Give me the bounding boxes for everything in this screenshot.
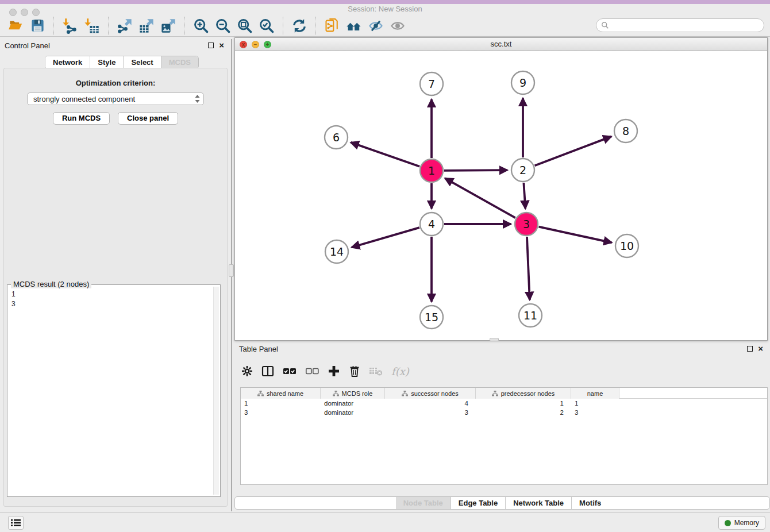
maximize-view-button[interactable]: +	[264, 41, 271, 48]
graph-edge-4-14[interactable]	[352, 228, 419, 247]
close-view-button[interactable]: x	[240, 41, 247, 48]
export-network-icon[interactable]	[116, 17, 134, 35]
tab-node-table[interactable]: Node Table	[396, 497, 451, 509]
graph-edge-2-3[interactable]	[523, 183, 525, 209]
network-view-window: x − + scc.txt 7968124314101511	[234, 37, 768, 341]
column-header-mcds-role[interactable]: MCDS role	[321, 388, 385, 399]
tab-edge-table[interactable]: Edge Table	[451, 497, 505, 509]
cell-mcds-role: dominator	[321, 399, 385, 408]
cell-shared-name: 3	[241, 408, 321, 417]
graph-edge-3-11[interactable]	[527, 237, 530, 300]
table-row[interactable]: 3dominator323	[241, 408, 767, 417]
column-browser-icon[interactable]	[261, 365, 274, 377]
first-neighbors-icon[interactable]	[345, 17, 363, 35]
criterion-select[interactable]: strongly connected component	[27, 92, 204, 105]
graph-node-3[interactable]: 3	[515, 213, 538, 236]
toolbar-separator	[283, 17, 283, 35]
column-header-name[interactable]: name	[571, 388, 619, 399]
node-label: 4	[428, 218, 435, 230]
column-header-label: successor nodes	[411, 390, 459, 397]
select-arrows-icon	[195, 95, 200, 103]
tab-network[interactable]: Network	[45, 56, 90, 68]
column-header-predecessor-nodes[interactable]: predecessor nodes	[476, 388, 571, 399]
graph-node-2[interactable]: 2	[511, 159, 534, 182]
graph-node-7[interactable]: 7	[420, 72, 443, 95]
result-line: 1	[11, 290, 220, 299]
graph-edge-3-1[interactable]	[445, 178, 515, 218]
network-graph: 7968124314101511	[235, 51, 767, 340]
result-scrollbar[interactable]	[213, 287, 219, 495]
close-panel-button[interactable]: Close panel	[118, 112, 178, 125]
node-label: 7	[428, 78, 435, 90]
graph-node-10[interactable]: 10	[615, 234, 638, 257]
column-header-successor-nodes[interactable]: successor nodes	[385, 388, 476, 399]
run-mcds-button[interactable]: Run MCDS	[53, 112, 110, 125]
graph-node-4[interactable]: 4	[420, 213, 443, 236]
export-table-icon[interactable]	[137, 17, 156, 35]
tab-network-table[interactable]: Network Table	[505, 497, 571, 509]
add-column-icon[interactable]	[328, 365, 340, 377]
network-table-divider-handle[interactable]	[490, 338, 499, 341]
graph-edge-3-10[interactable]	[539, 227, 612, 243]
graph-node-15[interactable]: 15	[420, 306, 443, 329]
open-file-icon[interactable]	[6, 17, 25, 35]
graph-edge-1-6[interactable]	[351, 142, 420, 167]
main-toolbar	[0, 15, 770, 37]
node-label: 6	[333, 131, 340, 144]
tab-mcds[interactable]: MCDS	[161, 56, 198, 68]
network-window-titlebar[interactable]: x − + scc.txt	[235, 38, 767, 51]
toolbar-separator	[108, 17, 109, 35]
zoom-in-icon[interactable]	[192, 17, 210, 35]
hide-selected-icon[interactable]	[367, 17, 385, 35]
import-table-icon[interactable]	[83, 17, 101, 35]
window-title: Session: New Session	[348, 5, 422, 13]
attribute-type-icon	[257, 391, 264, 396]
tab-style[interactable]: Style	[90, 56, 123, 68]
criterion-selected-value: strongly connected component	[33, 95, 195, 103]
minimize-view-button[interactable]: −	[252, 41, 259, 48]
tab-select[interactable]: Select	[123, 56, 160, 68]
column-header-shared-name[interactable]: shared name	[241, 388, 321, 399]
table-options-icon[interactable]	[241, 365, 253, 377]
memory-button[interactable]: Memory	[718, 516, 765, 530]
export-image-icon[interactable]	[159, 17, 178, 35]
show-all-icon[interactable]	[388, 17, 407, 35]
float-panel-icon[interactable]	[747, 346, 753, 352]
status-bar: Memory	[0, 512, 770, 532]
delete-row-icon[interactable]	[349, 365, 360, 377]
graph-node-9[interactable]: 9	[511, 71, 534, 94]
import-network-icon[interactable]	[61, 17, 79, 35]
deselect-all-rows-icon[interactable]	[305, 367, 319, 376]
select-all-rows-icon[interactable]	[283, 367, 297, 376]
zoom-out-icon[interactable]	[214, 17, 232, 35]
graph-node-1[interactable]: 1	[420, 159, 443, 182]
graph-node-8[interactable]: 8	[614, 119, 637, 142]
control-panel: Control Panel × NetworkStyleSelectMCDS O…	[0, 39, 231, 511]
clone-network-icon[interactable]	[323, 17, 341, 35]
window-accent-strip	[0, 0, 770, 4]
column-header-label: MCDS role	[342, 390, 373, 397]
search-field[interactable]	[596, 18, 764, 32]
close-panel-icon[interactable]: ×	[758, 346, 763, 352]
graph-node-6[interactable]: 6	[325, 126, 348, 149]
zoom-selected-icon[interactable]	[257, 17, 276, 35]
close-panel-icon[interactable]: ×	[219, 43, 224, 48]
attribute-type-icon	[492, 391, 498, 396]
table-panel-tabs: Node TableEdge TableNetwork TableMotifs	[234, 496, 770, 510]
graph-node-11[interactable]: 11	[519, 304, 542, 327]
panel-divider-handle[interactable]	[229, 264, 234, 277]
table-row[interactable]: 1dominator411	[241, 399, 767, 408]
apply-layout-icon[interactable]	[290, 17, 309, 35]
tab-motifs[interactable]: Motifs	[571, 497, 609, 509]
control-panel-tabs: NetworkStyleSelectMCDS	[45, 56, 199, 69]
graph-edge-2-8[interactable]	[535, 137, 611, 166]
node-label: 10	[620, 240, 634, 252]
task-history-button[interactable]	[8, 516, 24, 530]
float-panel-icon[interactable]	[208, 43, 214, 48]
graph-node-14[interactable]: 14	[325, 240, 348, 263]
graph-edge-1-2[interactable]	[444, 170, 507, 171]
search-icon	[601, 21, 609, 29]
zoom-fit-icon[interactable]	[236, 17, 254, 35]
save-session-icon[interactable]	[28, 17, 47, 35]
search-input[interactable]	[609, 21, 764, 30]
